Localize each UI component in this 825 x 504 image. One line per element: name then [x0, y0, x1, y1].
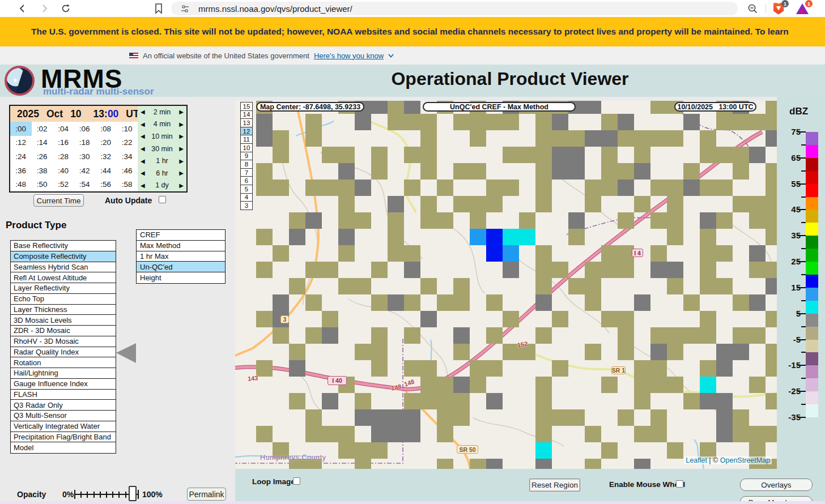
map-zoom-level-button[interactable]: 13 [240, 118, 253, 127]
minute-cell[interactable]: :46 [117, 164, 138, 178]
map-zoom-level-button[interactable]: 14 [240, 110, 253, 119]
product-type-item[interactable]: Rotation [11, 357, 116, 368]
loop-image-checkbox[interactable] [293, 477, 300, 485]
map-zoom-level-button[interactable]: 8 [240, 160, 253, 169]
product-type-item[interactable]: Refl At Lowest Altitude [11, 272, 116, 283]
product-type-item[interactable]: Hail/Lightning [11, 368, 116, 379]
step-back-icon[interactable]: ◀ [141, 158, 145, 164]
minute-cell[interactable]: :12 [10, 136, 32, 150]
map-zoom-level-button[interactable]: 12 [240, 127, 253, 136]
map-zoom-level-button[interactable]: 6 [240, 176, 253, 185]
step-back-icon[interactable]: ◀ [141, 133, 145, 139]
forward-icon[interactable] [37, 2, 51, 15]
step-forward-icon[interactable]: ▶ [179, 146, 184, 152]
minute-cell[interactable]: :40 [53, 164, 74, 178]
product-type-item[interactable]: Base Reflectivity [11, 241, 116, 251]
minute-cell[interactable]: :48 [10, 177, 32, 191]
minute-cell[interactable]: :38 [32, 164, 53, 178]
how-you-know-link[interactable]: Here's how you know [314, 52, 384, 60]
minute-cell[interactable]: :50 [32, 177, 53, 191]
step-forward-icon[interactable]: ▶ [179, 121, 184, 127]
step-forward-icon[interactable]: ▶ [179, 182, 184, 189]
product-type-item[interactable]: Layer Reflectivity [11, 283, 116, 294]
map-zoom-level-button[interactable]: 15 [240, 102, 253, 111]
minute-cell[interactable]: :36 [10, 164, 32, 178]
step-back-icon[interactable]: ◀ [141, 146, 145, 152]
step-back-icon[interactable]: ◀ [141, 170, 145, 176]
url-bar[interactable]: mrms.nssl.noaa.gov/qvs/product_viewer/ [171, 2, 738, 15]
step-forward-icon[interactable]: ▶ [179, 109, 184, 115]
site-settings-icon[interactable] [178, 2, 192, 15]
brave-rewards-icon[interactable]: 1 [796, 2, 809, 15]
product-type-item[interactable]: Seamless Hybrid Scan [11, 262, 116, 273]
current-time-button[interactable]: Current Time [33, 194, 84, 207]
map-zoom-level-button[interactable]: 5 [240, 185, 253, 194]
submenu-item[interactable]: CREF [137, 230, 225, 241]
map-zoom-level-button[interactable]: 3 [240, 201, 253, 210]
minute-cell[interactable]: :52 [53, 177, 74, 191]
product-type-item[interactable]: Radar Quality Index [11, 347, 116, 358]
reload-icon[interactable] [59, 2, 73, 15]
bookmark-icon[interactable] [152, 2, 165, 15]
minute-cell[interactable]: :44 [95, 164, 117, 178]
opacity-slider-handle[interactable] [129, 486, 137, 501]
zoom-out-icon[interactable] [746, 2, 759, 15]
minute-cell[interactable]: :32 [95, 150, 117, 164]
product-type-item[interactable]: Model [11, 442, 116, 453]
minute-cell[interactable]: :04 [53, 122, 74, 136]
osm-link[interactable]: OpenStreetMap [720, 456, 770, 464]
minute-cell[interactable]: :08 [95, 122, 117, 136]
auto-update-checkbox[interactable] [159, 196, 166, 203]
minute-cell[interactable]: :34 [117, 150, 138, 164]
product-type-item[interactable]: Gauge Influence Index [11, 379, 116, 390]
chevron-down-icon[interactable] [388, 54, 394, 58]
minute-cell[interactable]: :30 [74, 150, 96, 164]
step-forward-icon[interactable]: ▶ [179, 170, 184, 176]
leaflet-link[interactable]: Leaflet [686, 456, 707, 464]
map-zoom-level-button[interactable]: 10 [240, 143, 253, 152]
product-type-item[interactable]: Precipitation Flag/Bright Band [11, 432, 116, 443]
product-type-item[interactable]: FLASH [11, 390, 116, 400]
permalink-button[interactable]: Permalink [187, 488, 226, 501]
product-type-item[interactable]: Layer Thickness [11, 305, 116, 315]
product-type-item[interactable]: Composite Reflectivity [11, 251, 116, 262]
product-type-item[interactable]: 3D Mosaic Levels [11, 315, 116, 326]
minute-cell[interactable]: :22 [117, 136, 138, 150]
step-back-icon[interactable]: ◀ [141, 109, 145, 115]
minute-cell[interactable]: :14 [32, 136, 53, 150]
back-icon[interactable] [16, 2, 29, 15]
minute-cell[interactable]: :20 [95, 136, 117, 150]
map-zoom-level-button[interactable]: 7 [240, 168, 253, 177]
step-forward-icon[interactable]: ▶ [179, 133, 184, 139]
reset-region-button[interactable]: Reset Region [529, 479, 580, 492]
minute-cell[interactable]: :28 [53, 150, 74, 164]
minute-cell[interactable]: :00 [10, 122, 32, 136]
product-type-item[interactable]: Vertically Integrated Water [11, 421, 116, 432]
brave-shield-icon[interactable]: 1 [772, 2, 785, 15]
map[interactable]: Map Center: -87.6498, 35.9233 UnQC'ed CR… [235, 101, 777, 469]
minute-cell[interactable]: :02 [32, 122, 53, 136]
submenu-item[interactable]: Height [137, 272, 225, 283]
step-back-icon[interactable]: ◀ [141, 121, 145, 127]
minute-cell[interactable]: :16 [53, 136, 74, 150]
minute-cell[interactable]: :58 [117, 177, 138, 191]
minute-cell[interactable]: :18 [74, 136, 96, 150]
map-zoom-level-button[interactable]: 11 [240, 135, 253, 144]
minute-cell[interactable]: :54 [74, 177, 96, 191]
product-type-item[interactable]: Echo Top [11, 294, 116, 305]
step-back-icon[interactable]: ◀ [141, 182, 145, 189]
map-zoom-level-button[interactable]: 4 [240, 193, 253, 202]
minute-cell[interactable]: :26 [32, 150, 53, 164]
submenu-item[interactable]: Max Method [137, 241, 225, 251]
minute-cell[interactable]: :06 [74, 122, 96, 136]
minute-cell[interactable]: :42 [74, 164, 96, 178]
product-type-item[interactable]: ZDR - 3D Mosaic [11, 326, 116, 336]
submenu-item[interactable]: 1 hr Max [137, 251, 225, 262]
minute-cell[interactable]: :56 [95, 177, 117, 191]
map-zoom-level-button[interactable]: 9 [240, 152, 253, 161]
step-forward-icon[interactable]: ▶ [179, 158, 184, 164]
product-type-item[interactable]: RhoHV - 3D Mosaic [11, 336, 116, 347]
overlays-button[interactable]: Overlays [740, 479, 813, 491]
product-type-item[interactable]: Q3 Radar Only [11, 400, 116, 411]
mouse-wheel-checkbox[interactable] [676, 480, 683, 488]
